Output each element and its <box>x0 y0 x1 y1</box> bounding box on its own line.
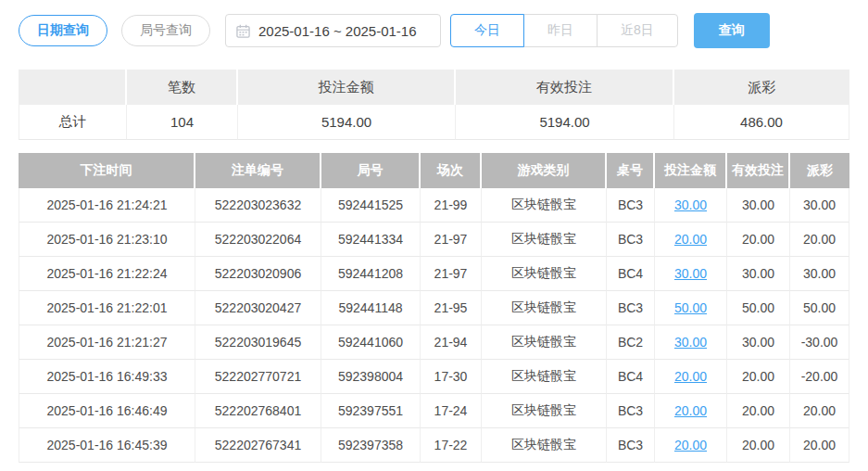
cell-valid-bet: 20.00 <box>727 428 790 463</box>
date-range-input[interactable]: 2025-01-16 ~ 2025-01-16 <box>225 14 441 47</box>
cell-bet-amount: 20.00 <box>655 428 727 463</box>
cell-payout: 30.00 <box>790 257 849 291</box>
cell-session: 21-97 <box>421 257 482 291</box>
cell-round-no: 592441060 <box>321 325 421 360</box>
cell-bet-amount: 30.00 <box>655 257 727 291</box>
cell-table-no: BC3 <box>607 428 655 463</box>
header-bet-amount: 投注金额 <box>655 153 727 188</box>
query-toolbar: 日期查询 局号查询 2025-01-16 ~ 2025-01-16 今日 <box>19 13 849 48</box>
date-range-value: 2025-01-16 ~ 2025-01-16 <box>258 23 417 39</box>
cell-valid-bet: 30.00 <box>727 188 790 223</box>
round-query-tab[interactable]: 局号查询 <box>121 15 210 46</box>
cell-session: 21-94 <box>421 325 482 360</box>
cell-order-no: 522202768401 <box>195 394 321 428</box>
summary-total-bet-amount: 5194.00 <box>238 105 456 140</box>
header-bet-time: 下注时间 <box>19 153 195 188</box>
cell-session: 17-30 <box>421 360 482 394</box>
cell-valid-bet: 30.00 <box>727 325 790 360</box>
quick-range-group: 今日 昨日 近8日 <box>450 14 678 47</box>
table-row: 2025-01-16 21:22:24 522203020906 5924412… <box>19 257 849 291</box>
cell-order-no: 522203022064 <box>195 223 321 257</box>
bet-amount-link[interactable]: 20.00 <box>674 438 707 452</box>
cell-round-no: 592397551 <box>321 394 421 428</box>
cell-table-no: BC3 <box>607 188 655 223</box>
bet-amount-link[interactable]: 20.00 <box>674 369 707 384</box>
cell-game-type: 区块链骰宝 <box>482 188 607 223</box>
summary-header-bet-amount: 投注金额 <box>238 70 456 105</box>
cell-order-no: 522203020427 <box>195 291 321 325</box>
header-valid-bet: 有效投注 <box>727 153 790 188</box>
cell-round-no: 592441334 <box>321 223 421 257</box>
header-payout: 派彩 <box>790 153 849 188</box>
header-table-no: 桌号 <box>607 153 655 188</box>
cell-bet-time: 2025-01-16 21:22:01 <box>19 291 195 325</box>
header-session: 场次 <box>421 153 482 188</box>
cell-payout: 20.00 <box>790 223 849 257</box>
cell-valid-bet: 50.00 <box>727 291 790 325</box>
cell-valid-bet: 20.00 <box>727 394 790 428</box>
cell-table-no: BC2 <box>607 325 655 360</box>
cell-table-no: BC3 <box>607 394 655 428</box>
cell-payout: 50.00 <box>790 291 849 325</box>
cell-valid-bet: 30.00 <box>727 257 790 291</box>
cell-table-no: BC4 <box>607 360 655 394</box>
cell-bet-time: 2025-01-16 21:23:10 <box>19 223 195 257</box>
cell-round-no: 592441148 <box>321 291 421 325</box>
bet-amount-link[interactable]: 30.00 <box>674 335 707 350</box>
cell-payout: 20.00 <box>790 394 849 428</box>
summary-total-count: 104 <box>127 105 238 140</box>
summary-header-count: 笔数 <box>127 70 238 105</box>
cell-bet-time: 2025-01-16 21:24:21 <box>19 188 195 223</box>
cell-bet-time: 2025-01-16 21:21:27 <box>19 325 195 360</box>
yesterday-button[interactable]: 昨日 <box>523 14 598 47</box>
cell-valid-bet: 20.00 <box>727 360 790 394</box>
bet-amount-link[interactable]: 20.00 <box>674 403 707 418</box>
cell-bet-amount: 30.00 <box>655 188 727 223</box>
table-row: 2025-01-16 16:49:33 522202770721 5923980… <box>19 360 849 394</box>
table-row: 2025-01-16 16:46:49 522202768401 5923975… <box>19 394 849 428</box>
bet-amount-link[interactable]: 30.00 <box>674 266 707 281</box>
cell-order-no: 522202770721 <box>195 360 321 394</box>
header-order-no: 注单编号 <box>195 153 321 188</box>
records-tbody: 2025-01-16 21:24:21 522203023632 5924415… <box>19 188 849 463</box>
summary-header-empty <box>19 70 127 105</box>
summary-total-row: 总计 104 5194.00 5194.00 486.00 <box>19 105 849 140</box>
cell-round-no: 592441208 <box>321 257 421 291</box>
summary-header-payout: 派彩 <box>674 70 849 105</box>
records-table: 下注时间 注单编号 局号 场次 游戏类别 桌号 投注金额 有效投注 派彩 202… <box>19 153 849 463</box>
cell-table-no: BC3 <box>607 223 655 257</box>
last-8-days-button[interactable]: 近8日 <box>597 14 678 47</box>
cell-session: 21-99 <box>421 188 482 223</box>
cell-session: 21-97 <box>421 223 482 257</box>
table-row: 2025-01-16 21:22:01 522203020427 5924411… <box>19 291 849 325</box>
date-query-tab[interactable]: 日期查询 <box>19 15 107 46</box>
cell-game-type: 区块链骰宝 <box>482 223 607 257</box>
cell-order-no: 522203023632 <box>195 188 321 223</box>
cell-bet-amount: 30.00 <box>655 325 727 360</box>
cell-bet-time: 2025-01-16 16:45:39 <box>19 428 195 463</box>
cell-bet-amount: 50.00 <box>655 291 727 325</box>
summary-header-valid-bet: 有效投注 <box>456 70 674 105</box>
bet-amount-link[interactable]: 20.00 <box>674 232 707 247</box>
table-row: 2025-01-16 16:45:39 522202767341 5923973… <box>19 428 849 463</box>
cell-game-type: 区块链骰宝 <box>482 360 607 394</box>
cell-table-no: BC3 <box>607 291 655 325</box>
cell-round-no: 592441525 <box>321 188 421 223</box>
search-button[interactable]: 查询 <box>694 13 770 48</box>
cell-table-no: BC4 <box>607 257 655 291</box>
cell-game-type: 区块链骰宝 <box>482 428 607 463</box>
cell-game-type: 区块链骰宝 <box>482 291 607 325</box>
table-row: 2025-01-16 21:23:10 522203022064 5924413… <box>19 223 849 257</box>
cell-bet-time: 2025-01-16 16:49:33 <box>19 360 195 394</box>
cell-game-type: 区块链骰宝 <box>482 325 607 360</box>
summary-total-valid-bet: 5194.00 <box>456 105 674 140</box>
summary-table: 笔数 投注金额 有效投注 派彩 总计 104 5194.00 5194.00 4… <box>19 70 849 140</box>
cell-round-no: 592398004 <box>321 360 421 394</box>
cell-session: 17-22 <box>421 428 482 463</box>
cell-payout: -30.00 <box>790 325 849 360</box>
bet-amount-link[interactable]: 30.00 <box>674 197 707 212</box>
header-round-no: 局号 <box>321 153 421 188</box>
today-button[interactable]: 今日 <box>450 14 524 47</box>
bet-amount-link[interactable]: 50.00 <box>674 300 707 315</box>
summary-total-label: 总计 <box>19 105 127 140</box>
